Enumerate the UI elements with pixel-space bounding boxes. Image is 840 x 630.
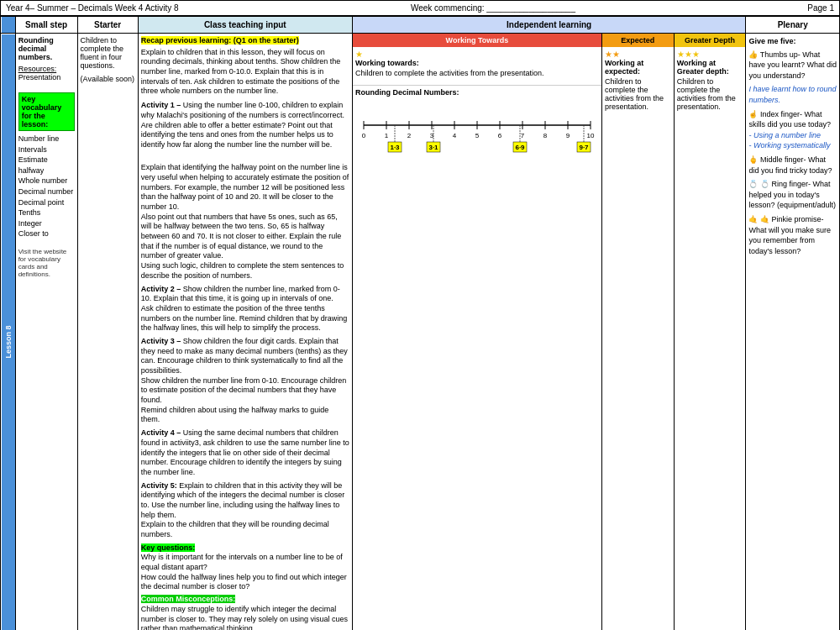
svg-text:2: 2 [407,132,412,139]
svg-text:3·1: 3·1 [428,144,438,151]
plenary-ring: 💍 💍 Ring finger- What helped you in toda… [748,179,837,211]
document-title: Year 4– Summer – Decimals Week 4 Activit… [6,3,179,13]
rounding-title: Rounding decimal numbers. [18,36,75,61]
greater-depth-content: ★★★ Working at Greater depth: Children t… [675,47,746,113]
svg-text:6: 6 [498,132,502,139]
class-teaching-header: Class teaching input [138,17,352,34]
activity3-title: Activity 3 – [141,337,181,345]
lesson-label: Lesson 8 [3,325,12,358]
plenary-middle: 🖕 Middle finger- What did you find trick… [748,155,837,176]
plenary-index: ☝ Index finger- What skills did you use … [748,109,837,151]
svg-text:9: 9 [566,132,570,139]
wt-body: Children to complete the activities from… [355,69,599,77]
plenary-intro: Give me five: [748,36,837,47]
working-towards-header: Working Towards [353,34,601,47]
misconceptions-label-text: Common Misconceptions: [141,595,236,603]
activity2-title: Activity 2 – [141,285,181,293]
working-towards-cell: Working Towards ★ Working towards: Child… [352,34,601,631]
ring-text: 💍 Ring finger- What helped you in today'… [748,180,836,209]
exp-stars: ★★ [605,50,671,59]
expected-header: Expected [602,34,674,47]
svg-text:5: 5 [475,132,480,139]
page-header: Year 4– Summer – Decimals Week 4 Activit… [0,0,840,16]
visit-text: Visit the website for vocabulary cards a… [18,248,75,278]
index-bullet1: - Using a number line [748,130,837,141]
pinkie-text: 🤙 Pinkie promise- What will you make sur… [748,215,831,255]
svg-text:7: 7 [521,132,525,139]
vocab-item: Integer [18,218,75,229]
common-misconceptions: Common Misconceptions: Children may stru… [141,595,349,630]
gd-stars: ★★★ [677,50,743,59]
svg-text:1: 1 [385,132,389,139]
plenary-header: Plenary [746,17,840,34]
activity2: Activity 2 – Show children the number li… [141,285,349,333]
exp-sub: Working at expected: [605,59,671,76]
vocab-item: Tenths [18,207,75,218]
key-questions-label: Key questions: [141,543,196,552]
plenary-cell: Give me five: 👍 Thumbs up- What have you… [746,34,840,631]
plenary-pinkie: 🤙 🤙 Pinkie promise- What will you make s… [748,214,837,256]
recap-label: Recap previous learning: (Q1 on the star… [141,36,299,45]
misconceptions-body: Children may struggle to identify which … [141,605,348,630]
middle-text: Middle finger- What did you find tricky … [748,155,832,175]
middle-icon: 🖕 [748,155,758,164]
expected-content: ★★ Working at expected: Children to comp… [602,47,674,113]
working-towards-content: ★ Working towards: Children to complete … [353,47,601,80]
key-questions: Key questions: Why is it important for t… [141,543,349,592]
index-bullet2: - Working systematically [748,140,837,151]
vocab-item: Intervals [18,144,75,155]
gd-sub: Working at Greater depth: [677,59,743,76]
misconceptions-label: Common Misconceptions: [141,595,236,603]
working-towards-label: Working Towards [446,36,509,45]
independent-header: Independent learning [352,17,745,34]
greater-depth-label: Greater Depth [685,36,735,45]
resources-label-text: Resources: [18,65,57,73]
svg-text:6·9: 6·9 [515,144,525,151]
rounding-title: Rounding Decimal Numbers: [355,88,599,97]
svg-text:9·7: 9·7 [579,144,589,151]
learnt-text: I have learnt how to round numbers. [748,84,837,105]
ring-icon: 💍 [748,180,758,188]
pinkie-icon: 🤙 [748,215,758,223]
resources-label: Resources: Presentation [18,65,75,81]
plenary-thumb: 👍 Thumbs up- What have you learnt? What … [748,50,837,81]
thumb-icon: 👍 [748,50,758,59]
wt-sub: Working towards: [355,59,599,67]
starter-available: (Available soon) [81,75,135,83]
activity3-body: Show children the four digit cards. Expl… [141,337,348,424]
vocab-item: Closer to [18,228,75,239]
svg-text:10: 10 [586,132,594,139]
starter-cell: Children to complete the fluent in four … [77,34,138,631]
key-q1: Why is it important for the intervals on… [141,553,343,571]
key-vocab-box: Key vocabulary for the lesson: [18,92,75,131]
vocab-list: Number line Intervals Estimate halfway W… [18,134,75,239]
index-icon: ☝ [748,110,758,118]
svg-text:1·3: 1·3 [390,144,400,151]
week-commencing: Week commencing: ___________________ [411,3,575,13]
vocab-item: Number line [18,134,75,144]
greater-depth-header: Greater Depth [675,34,746,47]
gd-body: Children to complete the activities from… [677,77,743,111]
vocab-item: Decimal number [18,186,75,197]
teaching-cell: Recap previous learning: (Q1 on the star… [138,34,352,631]
recap-label-text: Recap previous learning: (Q1 on the star… [141,36,299,45]
activity5-title: Activity 5: [141,481,177,490]
starter-header: Starter [77,17,138,34]
rounding-section: Rounding Decimal Numbers: 0 1 2 3 [353,85,601,161]
small-step-header: Small step [15,17,77,34]
activity5: Activity 5: Explain to children that in … [141,481,349,540]
activity1-title: Activity 1 – [141,101,181,109]
svg-text:4: 4 [453,132,457,139]
wt-stars: ★ [355,50,599,59]
para2: Explain that identifying the halfway poi… [141,154,349,281]
page-number: Page 1 [807,3,834,13]
key-q2: How could the halfway lines help you to … [141,573,347,591]
greater-depth-cell: Greater Depth ★★★ Working at Greater dep… [674,34,746,631]
vocab-item: Whole number [18,176,75,186]
index-text: Index finger- What skills did you use to… [748,110,831,129]
thumb-text: Thumbs up- What have you learnt? What di… [748,50,837,80]
starter-text: Children to complete the fluent in four … [81,36,135,70]
expected-label: Expected [621,36,654,45]
recap-body: Explain to children that in this lesson,… [141,48,349,97]
vocab-item: halfway [18,165,75,176]
